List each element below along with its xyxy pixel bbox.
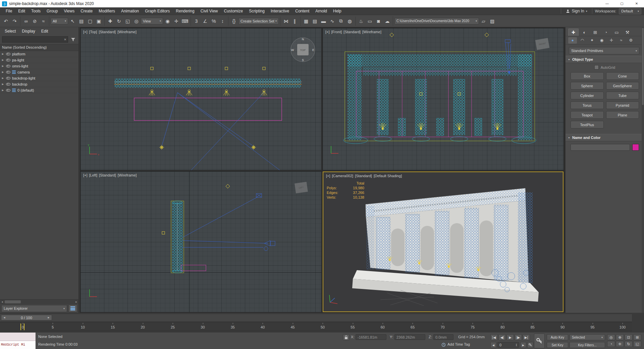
menu-rendering[interactable]: Rendering [173, 7, 197, 15]
scrollbar-thumb[interactable] [5, 300, 21, 303]
schematic-view-button[interactable]: ⧉ [337, 17, 345, 26]
layer-explorer-button[interactable] [68, 305, 77, 312]
explorer-mode-dropdown[interactable]: Layer Explorer ▾ [1, 305, 67, 312]
tab-create[interactable]: ✚ [568, 29, 579, 36]
frame-forward-button[interactable]: ► [520, 342, 526, 348]
key-filters-button[interactable]: Key Filters... [570, 342, 605, 348]
project-folder-path[interactable]: C:\Users\ho\OneDrive\Documents\3ds Max 2… [394, 18, 479, 24]
category-geometry[interactable]: ● [568, 37, 577, 44]
viewport-left[interactable]: [+][Left][Standard][Wireframe] LEFT [80, 171, 321, 312]
curve-editor-button[interactable]: ∿ [328, 17, 336, 26]
render-production-button[interactable]: ◙ [374, 17, 383, 26]
menu-civil-view[interactable]: Civil View [198, 7, 221, 15]
material-editor-button[interactable]: ◍ [345, 17, 354, 26]
undo-button[interactable]: ↶ [2, 17, 10, 26]
viewport-label-part[interactable]: [Standard] [99, 30, 116, 34]
set-key-button[interactable]: Set Key [547, 342, 568, 348]
expand-arrow-icon[interactable]: ▶ [1, 89, 4, 92]
next-frame-arrow[interactable]: ► [47, 316, 50, 319]
explorer-horizontal-scrollbar[interactable]: ◄ ► [0, 299, 78, 304]
geosphere-button[interactable]: GeoSphere [606, 82, 639, 90]
select-and-move-button[interactable]: ✚ [106, 17, 114, 26]
primitive-category-dropdown[interactable]: Standard Primitives ▾ [569, 47, 639, 54]
teapot-button[interactable]: Teapot [571, 111, 604, 119]
expand-arrow-icon[interactable]: ▶ [1, 65, 4, 67]
selected-set-dropdown[interactable]: Selected ▾ [570, 334, 605, 340]
tab-hierarchy[interactable]: ⊞ [590, 29, 600, 36]
spinner-snap-toggle-button[interactable]: ↕ [218, 17, 227, 26]
viewport-label-part[interactable]: [Wireframe] [117, 30, 137, 34]
list-item[interactable]: ▶platform [0, 51, 78, 57]
pyramid-button[interactable]: Pyramid [606, 101, 639, 109]
x-coordinate-field[interactable]: -16581.81m [356, 334, 386, 340]
visibility-eye-icon[interactable] [6, 64, 10, 68]
viewport-label-part[interactable]: [Wireframe] [362, 30, 381, 34]
zoom-all-button[interactable]: ⊕ [616, 334, 624, 340]
category-cameras[interactable]: ◉ [597, 37, 606, 44]
toggle-layer-explorer-button[interactable]: ▤ [311, 17, 319, 26]
menu-graph-editors[interactable]: Graph Editors [142, 7, 173, 15]
rendered-frame-window-button[interactable]: ▭ [366, 17, 374, 26]
visibility-eye-icon[interactable] [6, 52, 10, 56]
object-color-swatch[interactable] [632, 144, 639, 151]
sphere-button[interactable]: Sphere [571, 82, 604, 90]
unlink-selection-button[interactable]: ⊘ [31, 17, 39, 26]
menu-scripting[interactable]: Scripting [246, 7, 268, 15]
browse-project-folder-button[interactable]: ▱ [479, 17, 488, 26]
reference-coordinate-system-dropdown[interactable]: View▾ [141, 18, 163, 24]
menu-edit[interactable]: Edit [15, 7, 28, 15]
viewport-label-part[interactable]: [+] [326, 174, 330, 178]
list-item[interactable]: ▶backdrop [0, 81, 78, 87]
snaps-toggle-3d-button[interactable]: 3 [192, 17, 201, 26]
viewport-label-part[interactable]: [Wireframe] [118, 173, 137, 177]
visibility-eye-icon[interactable] [6, 88, 10, 92]
visibility-eye-icon[interactable] [6, 82, 10, 86]
select-object-button[interactable]: ↖ [68, 17, 77, 26]
use-pivot-point-center-button[interactable]: ◉ [163, 17, 172, 26]
mirror-button[interactable]: ⋈ [282, 17, 290, 26]
menu-file[interactable]: File [3, 7, 15, 15]
viewport-label-part[interactable]: [Front] [331, 30, 342, 34]
name-color-rollout-header[interactable]: ▼ Name and Color [566, 134, 644, 141]
listener-line[interactable]: MAXScript Mi [0, 341, 36, 349]
visibility-eye-icon[interactable] [6, 70, 10, 74]
expand-arrow-icon[interactable]: ▶ [1, 53, 4, 55]
select-by-name-button[interactable]: ▤ [77, 17, 86, 26]
select-and-scale-button[interactable]: ◱ [123, 17, 132, 26]
explorer-column-header[interactable]: Name (Sorted Descending) [0, 44, 78, 51]
menu-arnold[interactable]: Arnold [312, 7, 330, 15]
previous-frame-button[interactable]: ◀| [498, 334, 506, 340]
tab-motion[interactable]: ◔ [601, 29, 611, 36]
window-crossing-toggle-button[interactable]: ▣ [95, 17, 103, 26]
frame-back-button[interactable]: ◄ [490, 342, 496, 348]
minimize-button[interactable]: — [600, 0, 614, 7]
pan-view-button[interactable]: ✛ [616, 341, 624, 347]
expand-arrow-icon[interactable]: ▶ [1, 59, 4, 61]
rectangular-selection-region-button[interactable]: ▢ [86, 17, 94, 26]
menu-help[interactable]: Help [330, 7, 344, 15]
tube-button[interactable]: Tube [606, 92, 639, 99]
go-to-start-button[interactable]: |◀ [490, 334, 498, 340]
macro-recorder-line[interactable] [0, 333, 36, 341]
category-systems[interactable]: ⚙ [627, 37, 635, 44]
scroll-left-icon[interactable]: ◄ [0, 301, 4, 303]
select-and-place-button[interactable]: ◎ [132, 17, 141, 26]
expand-arrow-icon[interactable]: ▶ [1, 77, 4, 80]
menu-views[interactable]: Views [61, 7, 77, 15]
toggle-ribbon-button[interactable]: ▬ [319, 17, 328, 26]
percent-snap-toggle-button[interactable]: % [210, 17, 218, 26]
viewport-label-part[interactable]: [Top] [89, 30, 97, 34]
viewport-label-part[interactable]: [Standard] [99, 173, 116, 177]
angle-snap-toggle-button[interactable]: ∠ [201, 17, 209, 26]
plane-button[interactable]: Plane [606, 111, 639, 119]
y-coordinate-field[interactable]: 2368.262m [394, 334, 425, 340]
maxscript-mini-listener[interactable]: MAXScript Mi [0, 333, 36, 349]
tab-utilities[interactable]: ⚒ [623, 29, 632, 36]
viewport-front[interactable]: [+][Front][Standard][Wireframe] [323, 28, 564, 170]
select-and-link-button[interactable]: ∞ [22, 17, 30, 26]
current-frame-marker[interactable] [20, 323, 24, 330]
category-shapes[interactable]: ◠ [578, 37, 587, 44]
workspace-dropdown[interactable]: Default ▾ [619, 8, 641, 14]
render-setup-button[interactable]: ♨ [357, 17, 365, 26]
menu-interactive[interactable]: Interactive [268, 7, 292, 15]
